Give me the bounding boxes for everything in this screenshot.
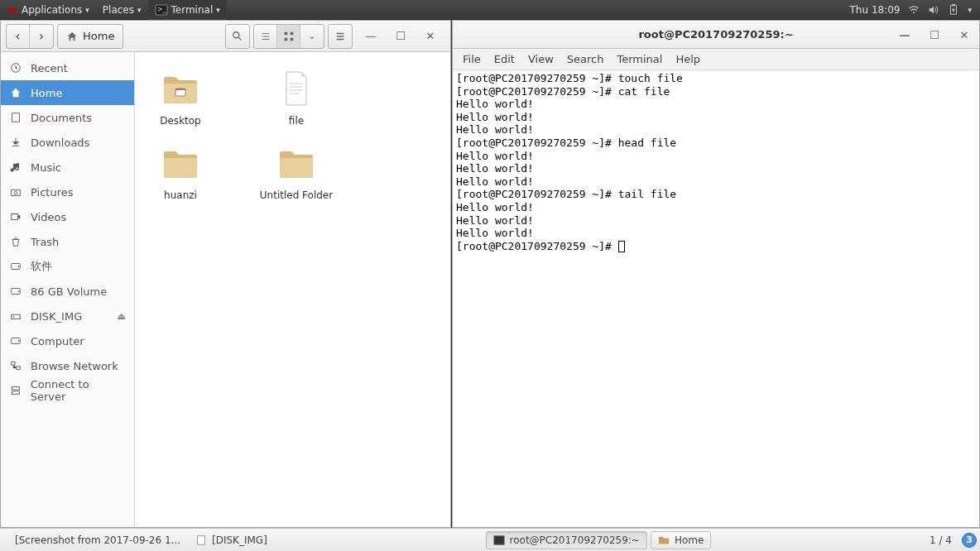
sidebar-item-computer[interactable]: Computer [1, 328, 134, 353]
gear-button[interactable] [329, 25, 352, 48]
sidebar-item-pictures[interactable]: Pictures [1, 180, 134, 204]
clock-icon [9, 62, 22, 74]
terminal-icon: >_ [155, 3, 168, 17]
sidebar-item-label: Computer [31, 335, 84, 347]
svg-text:>_: >_ [157, 6, 167, 13]
terminal-content[interactable]: [root@PC201709270259 ~]# touch file [roo… [453, 70, 979, 527]
term-minimize-button[interactable]: — [890, 21, 920, 49]
sidebar-item-label: Downloads [31, 137, 89, 149]
nav-back-button[interactable]: ‹ [7, 25, 30, 48]
svg-rect-19 [12, 314, 21, 319]
sidebar-item-videos[interactable]: Videos [1, 204, 134, 229]
sidebar-item-trash[interactable]: Trash [1, 229, 134, 254]
search-button[interactable] [226, 25, 249, 48]
folder-icon [161, 143, 200, 183]
term-close-button[interactable]: ✕ [949, 21, 979, 49]
term-menu-help[interactable]: Help [669, 53, 707, 65]
view-options-button[interactable]: ⌄ [300, 25, 324, 48]
file-item-label: Untitled Folder [259, 189, 334, 201]
file-item-huanzi[interactable]: huanzi [143, 143, 218, 201]
list-icon [260, 31, 271, 42]
redhat-icon [7, 4, 18, 16]
sidebar-item-软件[interactable]: 软件 [1, 254, 134, 279]
sidebar-item-label: Documents [31, 112, 92, 124]
sidebar-item-documents[interactable]: Documents [1, 105, 134, 130]
sidebar-item-86-gb-volume[interactable]: 86 GB Volume [1, 279, 134, 304]
svg-rect-6 [284, 31, 287, 35]
term-menu-view[interactable]: View [521, 53, 560, 65]
taskbar-item-diskimg[interactable]: [DISK_IMG] [189, 531, 274, 549]
minimize-button[interactable]: — [356, 21, 386, 52]
file-item-desktop[interactable]: Desktop [143, 69, 218, 127]
disk-icon [9, 285, 22, 297]
music-icon [9, 161, 22, 173]
terminal-titlebar[interactable]: root@PC201709270259:~ — ☐ ✕ [453, 21, 979, 49]
view-list-button[interactable] [254, 25, 277, 48]
svg-rect-35 [198, 535, 205, 544]
notification-badge[interactable]: 3 [962, 533, 977, 548]
term-menu-search[interactable]: Search [560, 53, 611, 65]
video-icon [9, 211, 22, 223]
svg-rect-12 [12, 189, 21, 195]
search-icon [232, 31, 243, 42]
applications-menu[interactable]: Applications▾ [0, 0, 96, 20]
sidebar-item-connect-to-server[interactable]: Connect to Server [1, 378, 134, 403]
view-grid-button[interactable] [277, 25, 300, 48]
term-menu-file[interactable]: File [456, 53, 488, 65]
svg-rect-26 [12, 391, 19, 395]
nav-forward-button[interactable]: › [30, 25, 53, 48]
workspace-indicator[interactable]: 1 / 4 [923, 534, 958, 546]
svg-rect-3 [953, 4, 956, 6]
volume-icon[interactable] [928, 4, 939, 16]
wifi-icon[interactable] [908, 4, 920, 16]
server-icon [9, 385, 22, 396]
sidebar-item-disk_img[interactable]: DISK_IMG⏏ [1, 304, 134, 328]
file-item-label: file [259, 115, 334, 127]
doc-icon [195, 534, 207, 546]
path-home-button[interactable]: Home [58, 25, 122, 48]
sidebar-item-music[interactable]: Music [1, 155, 134, 180]
svg-rect-11 [12, 113, 20, 122]
sidebar-item-label: Browse Network [31, 360, 118, 372]
sidebar-item-downloads[interactable]: Downloads [1, 130, 134, 155]
doc-icon [9, 112, 22, 123]
svg-rect-28 [175, 89, 185, 90]
svg-rect-8 [284, 37, 287, 41]
svg-rect-7 [290, 31, 293, 35]
terminal-menu[interactable]: >_ Terminal▾ [148, 0, 227, 20]
sidebar-item-label: Home [31, 87, 62, 99]
file-item-label: Desktop [143, 115, 218, 127]
eject-icon[interactable]: ⏏ [118, 311, 126, 322]
files-window: ‹ › Home ⌄ — ☐ ✕ RecentHomeDocumentsDown… [0, 20, 451, 528]
home-icon [9, 87, 22, 98]
term-menu-terminal[interactable]: Terminal [610, 53, 669, 65]
user-menu-arrow[interactable]: ▾ [968, 6, 972, 14]
svg-rect-25 [12, 387, 19, 390]
taskbar-item-terminal[interactable]: root@PC201709270259:~ [486, 531, 647, 549]
svg-rect-9 [290, 37, 293, 41]
places-menu[interactable]: Places▾ [96, 0, 148, 20]
taskbar-item-home[interactable]: Home [651, 531, 711, 549]
battery-icon[interactable] [948, 4, 959, 16]
sidebar-item-home[interactable]: Home [1, 80, 134, 105]
term-menu-edit[interactable]: Edit [488, 53, 521, 65]
taskbar-item-screenshot[interactable]: [Screenshot from 2017-09-26 1... [3, 531, 185, 549]
term-maximize-button[interactable]: ☐ [920, 21, 949, 49]
sidebar-item-recent[interactable]: Recent [1, 55, 134, 80]
svg-rect-23 [12, 362, 15, 366]
sidebar-item-label: Connect to Server [31, 378, 126, 403]
maximize-button[interactable]: ☐ [386, 21, 416, 52]
sidebar-item-label: 软件 [31, 259, 52, 274]
files-sidebar: RecentHomeDocumentsDownloadsMusicPicture… [1, 52, 135, 527]
files-content[interactable]: DesktopfilehuanziUntitled Folder [135, 52, 450, 527]
sidebar-item-browse-network[interactable]: Browse Network [1, 353, 134, 378]
clock[interactable]: Thu 18:09 [850, 4, 901, 16]
terminal-menubar: FileEditViewSearchTerminalHelp [453, 49, 979, 70]
file-item-file[interactable]: file [259, 69, 334, 127]
terminal-window: root@PC201709270259:~ — ☐ ✕ FileEditView… [452, 20, 980, 528]
terminal-title: root@PC201709270259:~ [638, 28, 793, 41]
svg-rect-24 [17, 367, 20, 370]
file-item-untitled-folder[interactable]: Untitled Folder [259, 143, 334, 201]
close-button[interactable]: ✕ [416, 21, 445, 52]
file-item-label: huanzi [143, 189, 218, 201]
